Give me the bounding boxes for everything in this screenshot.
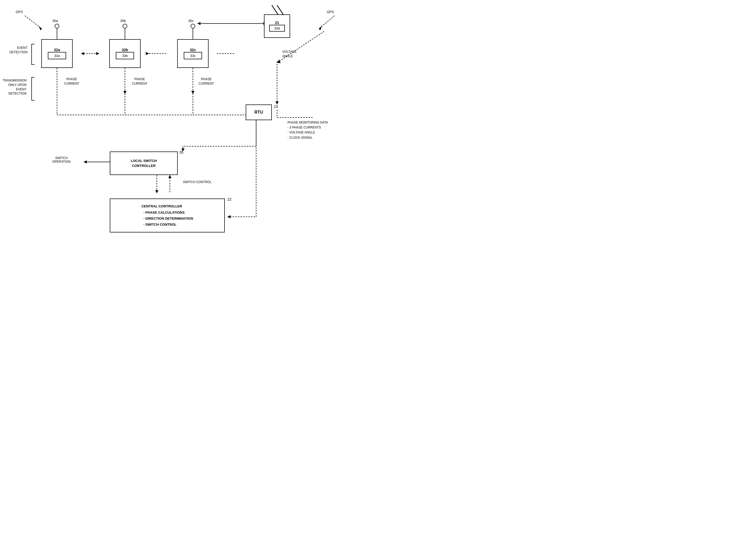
node-30c-label: 30c bbox=[188, 19, 194, 23]
box-32c-label: 32c bbox=[190, 48, 196, 52]
central-controller-box: CENTRAL CONTROLLER - PHASE CALCULATIONS … bbox=[110, 199, 225, 232]
phase-monitoring-label: PHASE MONITORING DATA - 3 PHASE CURRENTS… bbox=[287, 120, 328, 140]
svg-marker-27 bbox=[275, 101, 278, 104]
inner-33c-label: 33c bbox=[190, 54, 196, 58]
inner-33a-label: 33a bbox=[54, 54, 60, 58]
svg-point-5 bbox=[123, 24, 127, 28]
central-num-label: 22 bbox=[227, 197, 231, 201]
svg-marker-3 bbox=[319, 26, 322, 30]
switch-control-label: SWITCH CONTROL bbox=[183, 180, 211, 184]
svg-marker-24 bbox=[191, 91, 194, 94]
transmission-label: TRANSMISSIONONLY UPONEVENTDETECTION bbox=[3, 78, 26, 96]
svg-point-6 bbox=[191, 24, 195, 28]
event-detection-label: EVENTDETECTION bbox=[9, 46, 27, 55]
inner-33b-label: 33b bbox=[122, 54, 128, 58]
box-32a-label: 32a bbox=[54, 48, 60, 52]
box-32b: 32b 33b bbox=[109, 39, 141, 68]
transmission-brace bbox=[31, 77, 34, 101]
local-switch-label: LOCAL SWITCHCONTROLLER bbox=[131, 158, 156, 168]
switch-operation-label: SWITCHOPERATION bbox=[52, 156, 71, 164]
local-switch-num-label: 35 bbox=[179, 150, 183, 154]
rtu-box: RTU bbox=[246, 104, 272, 120]
svg-marker-11 bbox=[81, 52, 84, 55]
gps-right-label: GPS bbox=[327, 10, 334, 14]
svg-marker-42 bbox=[155, 190, 158, 193]
inner-33d: 33d bbox=[269, 25, 285, 32]
inner-33c: 33c bbox=[184, 52, 202, 59]
svg-marker-31 bbox=[197, 22, 200, 25]
event-detection-brace bbox=[31, 44, 34, 65]
central-controller-label: CENTRAL CONTROLLER - PHASE CALCULATIONS … bbox=[141, 203, 193, 228]
svg-marker-29 bbox=[277, 60, 281, 63]
phase-current-1-label: PHASECURRENT bbox=[64, 77, 79, 86]
svg-marker-14 bbox=[146, 52, 149, 55]
node-30b-label: 30b bbox=[120, 19, 126, 23]
rtu-label: RTU bbox=[254, 110, 263, 115]
local-switch-box: LOCAL SWITCHCONTROLLER bbox=[110, 151, 178, 175]
phase-current-2-label: PHASECURRENT bbox=[132, 77, 147, 86]
node-30a-label: 30a bbox=[52, 19, 58, 23]
gps-left-label: GPS bbox=[16, 10, 23, 14]
svg-marker-1 bbox=[39, 26, 42, 30]
svg-marker-21 bbox=[123, 91, 126, 94]
box-32b-label: 32b bbox=[122, 48, 128, 52]
svg-marker-12 bbox=[96, 52, 99, 55]
rtu-num-label: 23 bbox=[274, 104, 278, 109]
diagram: GPS GPS 30a 30b 30c 32a 33a 32b 33b 32c … bbox=[0, 0, 368, 280]
inner-33b: 33b bbox=[116, 52, 134, 59]
voltage-angle-label: VOLTAGEANGLE bbox=[282, 50, 297, 59]
svg-marker-47 bbox=[227, 215, 230, 218]
svg-marker-40 bbox=[84, 160, 87, 164]
box-32c: 32c 33c bbox=[177, 39, 208, 68]
box-21: 21 33d bbox=[264, 14, 290, 38]
svg-marker-44 bbox=[168, 175, 171, 178]
phase-current-3-label: PHASECURRENT bbox=[199, 77, 214, 86]
svg-point-4 bbox=[55, 24, 59, 28]
inner-33d-label: 33d bbox=[274, 26, 280, 30]
svg-line-2 bbox=[319, 16, 334, 29]
inner-33a: 33a bbox=[48, 52, 66, 59]
svg-line-0 bbox=[25, 16, 42, 29]
box-32a: 32a 33a bbox=[41, 39, 73, 68]
box-21-label: 21 bbox=[275, 21, 279, 25]
